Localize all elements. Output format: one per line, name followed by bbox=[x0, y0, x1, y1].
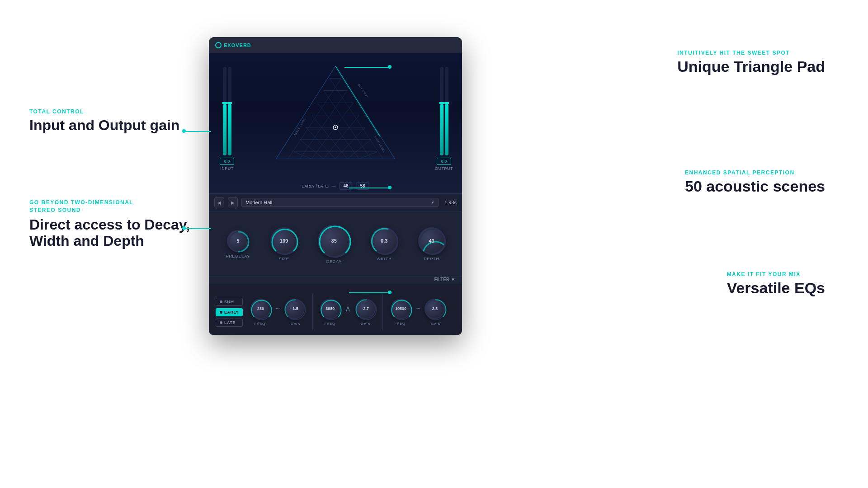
svg-line-17 bbox=[359, 152, 377, 159]
right-title-2: 50 acoustic scenes bbox=[685, 178, 825, 195]
svg-text:DRY / WET: DRY / WET bbox=[357, 83, 369, 99]
eq-band-2-gain-value: -2.7 bbox=[362, 306, 369, 311]
decay-group: 85 DECAY bbox=[318, 225, 350, 264]
eq-band-2-freq-knob[interactable]: 3680 bbox=[320, 299, 340, 319]
right-title-3: Versatile EQs bbox=[727, 280, 825, 296]
right-subtitle-2: ENHANCED SPATIAL PERCEPTION bbox=[685, 169, 825, 176]
eq-band-1-gain-label: GAIN bbox=[285, 322, 306, 326]
eq-band-3-freq-knob[interactable]: 10500 bbox=[391, 299, 411, 319]
width-group: 0.3 WIDTH bbox=[371, 227, 398, 261]
input-slider-bar-1[interactable] bbox=[223, 67, 226, 155]
eq-early-button[interactable]: EARLY bbox=[216, 308, 243, 316]
connector-right-2 bbox=[349, 188, 390, 188]
left-subtitle-2: GO BEYOND TWO-DIMENSIONALSTEREO SOUND bbox=[29, 199, 190, 214]
eq-band-1-freq-knob[interactable]: 280 bbox=[250, 299, 271, 319]
predelay-knob[interactable]: 5 bbox=[227, 230, 249, 252]
eq-section: SUM EARLY LATE bbox=[209, 284, 462, 335]
input-slider-bar-2[interactable] bbox=[228, 67, 231, 155]
svg-line-20 bbox=[324, 90, 371, 159]
size-knob[interactable]: 109 bbox=[270, 227, 297, 254]
eq-band-1-labels: FREQ GAIN bbox=[250, 322, 306, 326]
output-value: 0.0 bbox=[437, 158, 451, 165]
eq-band-3-freq-value: 10500 bbox=[395, 306, 406, 311]
eq-band-2-freq-label: FREQ bbox=[320, 322, 340, 326]
eq-band-2-gain-label: GAIN bbox=[355, 322, 376, 326]
predelay-value: 5 bbox=[236, 238, 239, 244]
svg-line-25 bbox=[294, 152, 311, 159]
output-slider-section: 0.0 OUTPUT bbox=[430, 67, 458, 171]
main-visualizer[interactable]: 0.0 INPUT bbox=[209, 53, 462, 193]
eq-sum-button[interactable]: SUM bbox=[216, 298, 243, 306]
scene-dropdown[interactable]: Modern Hall ▼ bbox=[241, 198, 439, 207]
input-value: 0.0 bbox=[220, 158, 234, 165]
eq-band-3-gain-knob[interactable]: 2.3 bbox=[425, 299, 445, 319]
output-slider-bar-2[interactable] bbox=[445, 67, 448, 155]
eq-band-3-knobs: 10500 ~ 2.3 bbox=[391, 299, 445, 319]
depth-group: 43 DEPTH bbox=[418, 227, 445, 261]
decay-value: 85 bbox=[331, 238, 337, 244]
plugin-title: EXOVERB bbox=[224, 42, 251, 48]
eq-band-2-gain-knob[interactable]: -2.7 bbox=[355, 299, 376, 319]
eq-band-2-freq-value: 3680 bbox=[326, 306, 335, 311]
eq-band-3-gain-label: GAIN bbox=[425, 322, 446, 326]
early-value[interactable]: 46 bbox=[339, 182, 352, 190]
width-knob[interactable]: 0.3 bbox=[371, 227, 398, 254]
logo-icon bbox=[215, 42, 222, 48]
svg-line-10 bbox=[276, 66, 335, 159]
eq-divider-1 bbox=[312, 294, 313, 330]
eq-band-3: 10500 ~ 2.3 FREQ GAIN bbox=[390, 299, 446, 326]
late-value[interactable]: 58 bbox=[356, 182, 369, 190]
eq-band-1-icon: ~ bbox=[275, 304, 280, 314]
size-value: 109 bbox=[280, 238, 288, 244]
eq-band-2-knobs: 3680 ∧ -2.7 bbox=[320, 299, 376, 319]
svg-line-13 bbox=[311, 103, 353, 159]
eq-late-button[interactable]: LATE bbox=[216, 319, 243, 327]
eq-divider-2 bbox=[382, 294, 383, 330]
triangle-pad[interactable]: DRY / WET EARLY LEVEL LATE LEVEL bbox=[254, 62, 417, 166]
depth-value: 43 bbox=[429, 238, 434, 244]
output-slider-bar-1[interactable] bbox=[440, 67, 443, 155]
dot-right-2 bbox=[388, 186, 392, 189]
plugin-logo: EXOVERB bbox=[215, 42, 251, 48]
scene-next-button[interactable]: ▶ bbox=[228, 197, 238, 207]
svg-line-23 bbox=[306, 127, 335, 159]
scene-name: Modern Hall bbox=[245, 200, 272, 205]
width-label: WIDTH bbox=[377, 257, 392, 261]
scene-prev-button[interactable]: ◀ bbox=[214, 197, 224, 207]
sum-label: SUM bbox=[224, 300, 234, 304]
svg-text:LATE LEVEL: LATE LEVEL bbox=[374, 136, 386, 153]
eq-band-1-gain-knob[interactable]: -1.5 bbox=[284, 299, 305, 319]
controls-container: 5 PREDELAY 109 SIZE bbox=[209, 211, 462, 284]
eq-band-3-labels: FREQ GAIN bbox=[390, 322, 446, 326]
svg-line-14 bbox=[324, 115, 359, 159]
controls-section: 5 PREDELAY 109 SIZE bbox=[209, 211, 462, 277]
depth-label: DEPTH bbox=[424, 257, 439, 261]
input-label: INPUT bbox=[220, 166, 234, 171]
eq-band-3-freq-label: FREQ bbox=[390, 322, 410, 326]
right-annotation-3: MAKE IT FIT YOUR MIX Versatile EQs bbox=[727, 271, 825, 296]
right-subtitle-1: INTUITIVELY HIT THE SWEET SPOT bbox=[677, 50, 825, 56]
output-label: OUTPUT bbox=[435, 166, 453, 171]
svg-marker-0 bbox=[276, 66, 395, 159]
svg-line-15 bbox=[335, 127, 365, 159]
right-title-1: Unique Triangle Pad bbox=[677, 58, 825, 75]
dropdown-arrow: ▼ bbox=[431, 201, 434, 205]
svg-line-12 bbox=[300, 90, 347, 159]
dot-right-3 bbox=[388, 291, 392, 294]
filter-button[interactable]: FILTER ▼ bbox=[434, 277, 455, 282]
filter-label: FILTER bbox=[434, 277, 449, 282]
eq-band-2-icon: ∧ bbox=[345, 304, 351, 314]
left-annotation-2: GO BEYOND TWO-DIMENSIONALSTEREO SOUND Di… bbox=[29, 199, 190, 249]
left-title-2: Direct access to Decay,Width and Depth bbox=[29, 216, 190, 250]
decay-knob[interactable]: 85 bbox=[318, 225, 350, 257]
svg-line-26 bbox=[335, 66, 380, 136]
input-slider-section: 0.0 INPUT bbox=[213, 67, 241, 171]
svg-point-28 bbox=[335, 127, 336, 128]
eq-band-3-gain-value: 2.3 bbox=[432, 306, 438, 311]
scene-bar: ◀ ▶ Modern Hall ▼ 1.98s bbox=[209, 193, 462, 211]
depth-knob[interactable]: 43 bbox=[418, 227, 445, 254]
eq-band-1-freq-label: FREQ bbox=[250, 322, 270, 326]
early-late-row: EARLY / LATE — 46 58 bbox=[302, 182, 369, 190]
sum-dot bbox=[220, 300, 222, 303]
late-label: LATE bbox=[224, 320, 236, 325]
